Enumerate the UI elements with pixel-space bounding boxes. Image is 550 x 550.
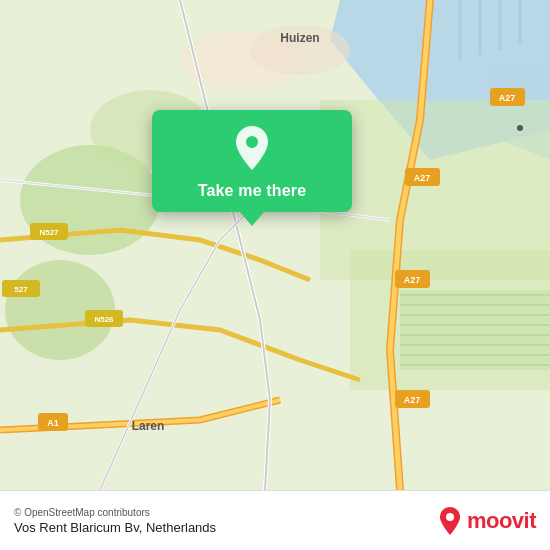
svg-text:Laren: Laren xyxy=(132,419,165,433)
svg-point-43 xyxy=(246,136,258,148)
svg-text:A27: A27 xyxy=(404,395,421,405)
moovit-brand-text: moovit xyxy=(467,508,536,534)
svg-text:A27: A27 xyxy=(414,173,431,183)
location-name: Vos Rent Blaricum Bv, Netherlands xyxy=(14,520,216,535)
svg-text:N526: N526 xyxy=(94,315,114,324)
location-popup[interactable]: Take me there xyxy=(152,110,352,212)
popup-label: Take me there xyxy=(186,182,319,200)
bottom-bar: © OpenStreetMap contributors Vos Rent Bl… xyxy=(0,490,550,550)
moovit-pin-icon xyxy=(439,507,461,535)
svg-text:A1: A1 xyxy=(47,418,59,428)
svg-rect-6 xyxy=(400,290,550,370)
svg-text:527: 527 xyxy=(14,285,28,294)
svg-text:N527: N527 xyxy=(39,228,59,237)
pin-icon xyxy=(234,126,270,174)
svg-text:A27: A27 xyxy=(499,93,516,103)
svg-text:Huizen: Huizen xyxy=(280,31,319,45)
map-attribution: © OpenStreetMap contributors xyxy=(14,507,216,518)
moovit-logo: moovit xyxy=(439,507,536,535)
map: A27 A27 A27 A27 A1 N527 N526 527 Lare xyxy=(0,0,550,490)
map-background: A27 A27 A27 A27 A1 N527 N526 527 Lare xyxy=(0,0,550,490)
svg-text:A27: A27 xyxy=(404,275,421,285)
svg-point-44 xyxy=(446,513,454,521)
svg-point-38 xyxy=(517,125,523,131)
